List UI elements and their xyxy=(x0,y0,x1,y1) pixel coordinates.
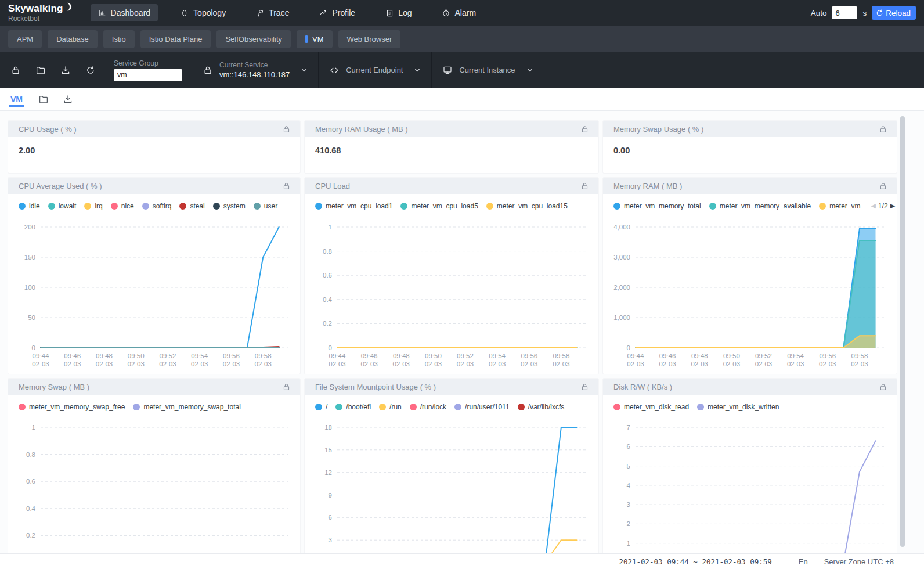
topology-icon xyxy=(181,9,189,17)
legend-idle[interactable]: idle xyxy=(19,202,40,210)
folder-icon[interactable] xyxy=(38,94,49,105)
current-service-select[interactable]: Current Service vm::146.148.110.187 xyxy=(192,52,318,88)
legend-iowait[interactable]: iowait xyxy=(48,202,77,210)
legend-var-lib-lxcfs[interactable]: /var/lib/lxcfs xyxy=(518,403,565,411)
dashboard-tab-istio[interactable]: Istio xyxy=(103,30,135,48)
current-endpoint-select[interactable]: Current Endpoint xyxy=(319,52,431,88)
card-title: Memory RAM Usage ( MB ) xyxy=(315,125,408,134)
refresh-icon[interactable] xyxy=(78,65,103,75)
legend-meter-vm-cpu-load15[interactable]: meter_vm_cpu_load15 xyxy=(486,202,568,210)
legend-meter-vm-memory-total[interactable]: meter_vm_memory_total xyxy=(613,202,701,210)
tab-vm[interactable]: VM xyxy=(9,88,24,110)
card-header: Disk R/W ( KB/s ) xyxy=(603,379,897,395)
chart-cpu-load: 00.20.40.60.8109:4402-0309:4602-0309:480… xyxy=(305,213,598,373)
import-icon[interactable] xyxy=(53,65,78,75)
legend-meter-vm-cpu-load5[interactable]: meter_vm_cpu_load5 xyxy=(400,202,478,210)
nav-item-log[interactable]: Log xyxy=(378,4,419,21)
folder-icon[interactable] xyxy=(28,65,53,75)
svg-text:09:54: 09:54 xyxy=(191,352,208,359)
legend-run-lock[interactable]: /run/lock xyxy=(410,403,446,411)
legend-run-user-1011[interactable]: /run/user/1011 xyxy=(454,403,510,411)
svg-text:0: 0 xyxy=(32,344,35,351)
reload-button[interactable]: Reload xyxy=(872,6,916,20)
legend-system[interactable]: system xyxy=(213,202,246,210)
card-title: CPU Usage ( % ) xyxy=(19,125,77,134)
svg-text:09:46: 09:46 xyxy=(659,352,676,359)
legend-[interactable]: / xyxy=(315,403,327,411)
svg-text:02-03: 02-03 xyxy=(96,361,113,368)
server-zone-selector[interactable]: Server Zone UTC +8 xyxy=(824,557,894,566)
legend-dot xyxy=(315,203,322,210)
lock-icon[interactable] xyxy=(282,182,291,190)
legend-meter-vm-disk-read[interactable]: meter_vm_disk_read xyxy=(613,403,689,411)
time-range-picker[interactable]: 2021-02-03 09:44 ~ 2021-02-03 09:59 xyxy=(619,557,771,566)
svg-text:0.4: 0.4 xyxy=(26,505,36,512)
service-group-input[interactable] xyxy=(114,69,182,81)
dashboard-tab-selfobservability[interactable]: SelfObservability xyxy=(216,30,291,48)
dashboard-tab-database[interactable]: Database xyxy=(48,30,98,48)
dashboard-tab-istio-data-plane[interactable]: Istio Data Plane xyxy=(140,30,211,48)
card-title: File System Mountpoint Usage ( % ) xyxy=(315,383,436,391)
legend-boot-efi[interactable]: /boot/efi xyxy=(335,403,371,411)
lock-icon[interactable] xyxy=(879,125,887,134)
lock-icon[interactable] xyxy=(580,125,589,134)
legend-dot xyxy=(697,404,704,410)
legend-dot xyxy=(454,404,461,410)
lock-icon[interactable] xyxy=(282,383,291,391)
svg-text:02-03: 02-03 xyxy=(723,361,740,368)
language-toggle[interactable]: En xyxy=(799,557,808,566)
svg-text:100: 100 xyxy=(24,284,35,291)
card-header: File System Mountpoint Usage ( % ) xyxy=(305,379,598,395)
nav-item-profile[interactable]: Profile xyxy=(312,4,363,21)
svg-text:2,000: 2,000 xyxy=(613,284,630,291)
legend-user[interactable]: user xyxy=(254,202,277,210)
nav-item-alarm[interactable]: Alarm xyxy=(434,4,483,21)
lock-icon[interactable] xyxy=(879,383,887,391)
svg-text:7: 7 xyxy=(627,424,630,431)
legend-meter-vm-memory-swap-total[interactable]: meter_vm_memory_swap_total xyxy=(133,403,240,411)
lock-icon[interactable] xyxy=(3,65,28,75)
auto-interval-input[interactable] xyxy=(832,6,857,19)
svg-text:0.6: 0.6 xyxy=(26,478,35,485)
legend-run[interactable]: /run xyxy=(379,403,402,411)
import-icon[interactable] xyxy=(63,94,73,105)
legend-softirq[interactable]: softirq xyxy=(142,202,172,210)
nav-item-dashboard[interactable]: Dashboard xyxy=(91,4,158,21)
dashboard-tab-apm[interactable]: APM xyxy=(8,30,42,48)
lock-icon[interactable] xyxy=(879,182,887,190)
legend-dot xyxy=(709,203,716,210)
dashboard-tab-web-browser[interactable]: Web Browser xyxy=(338,30,401,48)
svg-text:12: 12 xyxy=(324,469,332,476)
active-tab-indicator xyxy=(9,105,24,107)
dashboard-tab-vm[interactable]: VM xyxy=(297,30,333,48)
auto-label: Auto xyxy=(811,9,827,17)
legend-meter-vm-memory-available[interactable]: meter_vm_memory_available xyxy=(709,202,811,210)
nav-item-topology[interactable]: Topology xyxy=(173,4,233,21)
legend-meter-vm-memory-swap-free[interactable]: meter_vm_memory_swap_free xyxy=(19,403,125,411)
lock-icon[interactable] xyxy=(580,383,589,391)
legend-prev-icon[interactable]: ◀ xyxy=(871,202,875,210)
svg-text:0: 0 xyxy=(627,344,630,351)
lock-icon[interactable] xyxy=(282,125,291,134)
legend-meter-vm[interactable]: meter_vm xyxy=(819,202,860,210)
svg-text:1: 1 xyxy=(329,224,332,231)
legend-irq[interactable]: irq xyxy=(84,202,102,210)
svg-text:0.8: 0.8 xyxy=(26,451,35,458)
current-instance-select[interactable]: Current Instance xyxy=(432,52,543,88)
legend-meter-vm-cpu-load1[interactable]: meter_vm_cpu_load1 xyxy=(315,202,392,210)
card-title: Memory RAM ( MB ) xyxy=(613,182,682,190)
chart-legend: meter_vm_memory_swap_free meter_vm_memor… xyxy=(8,395,300,414)
legend-next-icon[interactable]: ▶ xyxy=(890,202,895,210)
legend-nice[interactable]: nice xyxy=(111,202,134,210)
lock-icon[interactable] xyxy=(580,182,589,190)
scrollbar-thumb[interactable] xyxy=(900,116,905,547)
legend-meter-vm-disk-written[interactable]: meter_vm_disk_written xyxy=(697,403,779,411)
legend-steal[interactable]: steal xyxy=(179,202,204,210)
card-header: Memory RAM ( MB ) xyxy=(603,178,897,194)
toolbar-divider xyxy=(544,52,544,88)
svg-text:09:44: 09:44 xyxy=(33,352,49,359)
code-icon xyxy=(329,65,340,75)
crescent-logo-icon xyxy=(64,3,73,11)
nav-item-trace[interactable]: Trace xyxy=(248,4,297,21)
svg-text:02-03: 02-03 xyxy=(659,361,676,368)
